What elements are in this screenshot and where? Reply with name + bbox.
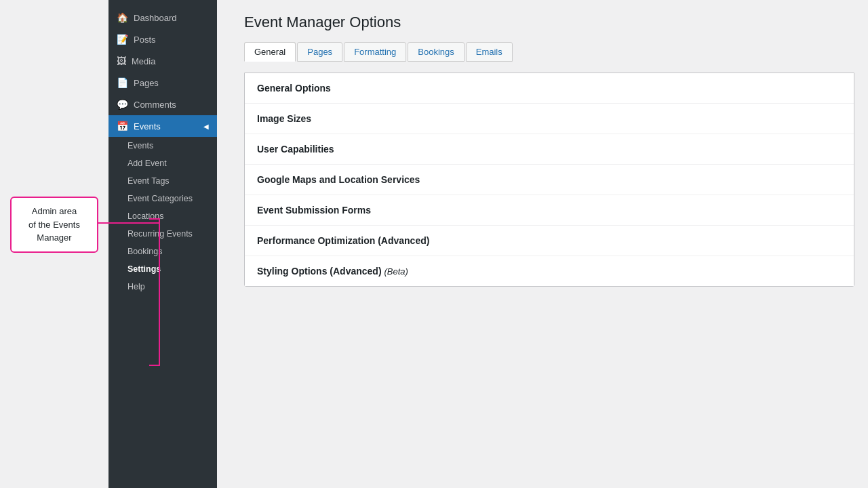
events-arrow: ◀ (203, 123, 209, 130)
option-user-capabilities[interactable]: User Capabilities (245, 134, 854, 165)
bracket-vertical (159, 218, 160, 366)
option-image-sizes[interactable]: Image Sizes (245, 104, 854, 134)
tab-pages[interactable]: Pages (297, 42, 342, 62)
tabs-container: General Pages Formatting Bookings Emails (244, 42, 854, 62)
media-icon: 🖼 (117, 56, 126, 66)
sidebar-label-events: Events (134, 121, 161, 131)
annotation-text: Admin areaof the EventsManager (28, 206, 80, 243)
sidebar-label-media: Media (132, 56, 155, 66)
submenu-recurring-events[interactable]: Recurring Events (108, 225, 217, 243)
submenu-bookings[interactable]: Bookings (108, 243, 217, 260)
submenu-add-event[interactable]: Add Event (108, 155, 217, 172)
sidebar-label-dashboard: Dashboard (134, 13, 177, 23)
events-icon: 📅 (117, 121, 128, 131)
sidebar-item-dashboard[interactable]: 🏠 Dashboard (108, 7, 217, 28)
sidebar: 🏠 Dashboard 📝 Posts 🖼 Media 📄 Pages 💬 Co… (108, 0, 217, 488)
submenu-help[interactable]: Help (108, 278, 217, 296)
option-performance[interactable]: Performance Optimization (Advanced) (245, 226, 854, 256)
option-styling[interactable]: Styling Options (Advanced) (Beta) (245, 256, 854, 286)
annotation-box: Admin areaof the EventsManager (10, 197, 98, 253)
sidebar-label-pages: Pages (134, 78, 159, 88)
sidebar-submenu-events: Events Add Event Event Tags Event Catego… (108, 137, 217, 296)
bracket-bottom (149, 365, 160, 366)
pages-icon: 📄 (117, 77, 128, 88)
option-event-submission[interactable]: Event Submission Forms (245, 195, 854, 226)
tab-formatting[interactable]: Formatting (344, 42, 406, 62)
option-general-options[interactable]: General Options (245, 73, 854, 104)
sidebar-item-comments[interactable]: 💬 Comments (108, 94, 217, 115)
options-container: General Options Image Sizes User Capabil… (244, 73, 854, 287)
tab-emails[interactable]: Emails (466, 42, 513, 62)
sidebar-item-pages[interactable]: 📄 Pages (108, 72, 217, 94)
submenu-settings[interactable]: Settings (108, 260, 217, 278)
bracket-top (149, 218, 160, 220)
dashboard-icon: 🏠 (117, 12, 128, 23)
tab-general[interactable]: General (244, 42, 296, 62)
option-google-maps[interactable]: Google Maps and Location Services (245, 165, 854, 195)
comments-icon: 💬 (117, 99, 128, 110)
sidebar-item-events[interactable]: 📅 Events ◀ (108, 115, 217, 137)
main-content: Event Manager Options General Pages Form… (217, 0, 868, 488)
page-title: Event Manager Options (244, 14, 854, 31)
submenu-event-tags[interactable]: Event Tags (108, 172, 217, 190)
sidebar-label-comments: Comments (134, 100, 176, 110)
submenu-events-list[interactable]: Events (108, 137, 217, 155)
submenu-event-categories[interactable]: Event Categories (108, 190, 217, 207)
sidebar-label-posts: Posts (134, 35, 156, 45)
sidebar-item-media[interactable]: 🖼 Media (108, 50, 217, 72)
bracket-mid-line (98, 222, 159, 224)
tab-bookings[interactable]: Bookings (408, 42, 464, 62)
posts-icon: 📝 (117, 34, 128, 45)
sidebar-item-posts[interactable]: 📝 Posts (108, 28, 217, 50)
